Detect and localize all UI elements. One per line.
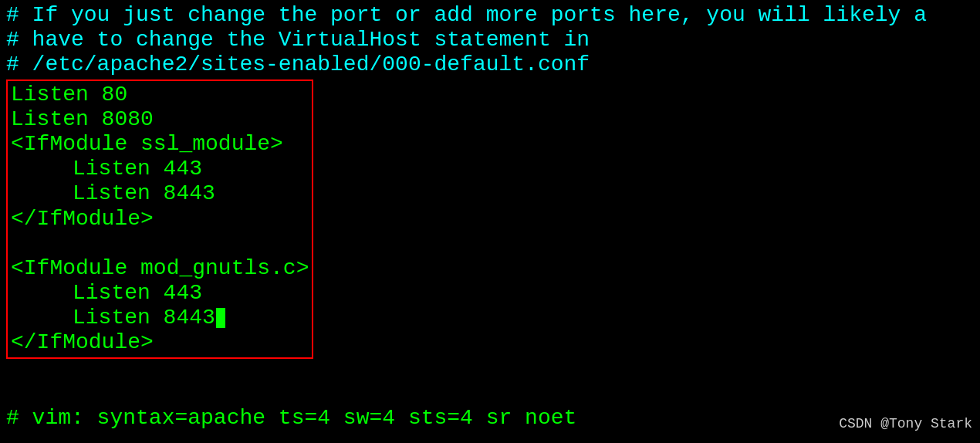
code-line-listen-8443-gnutls: Listen 8443 <box>11 306 309 330</box>
highlighted-code-block: Listen 80 Listen 8080 <IfModule ssl_modu… <box>6 79 313 359</box>
code-line-ifmodule-gnutls-open: <IfModule mod_gnutls.c> <box>11 256 309 281</box>
code-line-ifmodule-ssl-close: </IfModule> <box>11 207 309 232</box>
comment-line-2: # have to change the VirtualHost stateme… <box>6 28 974 52</box>
code-line-listen-80: Listen 80 <box>11 83 309 107</box>
code-line-listen-8443-ssl: Listen 8443 <box>11 181 309 206</box>
vim-modeline: # vim: syntax=apache ts=4 sw=4 sts=4 sr … <box>6 406 576 431</box>
code-line-ifmodule-ssl-open: <IfModule ssl_module> <box>11 132 309 157</box>
comment-line-3: # /etc/apache2/sites-enabled/000-default… <box>6 52 974 77</box>
code-line-listen-443-ssl: Listen 443 <box>11 157 309 181</box>
code-line-ifmodule-gnutls-close: </IfModule> <box>11 330 309 355</box>
text-cursor <box>216 308 225 328</box>
terminal-window: # If you just change the port or add mor… <box>0 0 980 443</box>
code-line-blank <box>11 232 309 256</box>
watermark-label: CSDN @Tony Stark <box>839 416 972 432</box>
comment-line-1: # If you just change the port or add mor… <box>6 3 974 28</box>
code-line-listen-8080: Listen 8080 <box>11 107 309 132</box>
code-line-listen-443-gnutls: Listen 443 <box>11 281 309 306</box>
